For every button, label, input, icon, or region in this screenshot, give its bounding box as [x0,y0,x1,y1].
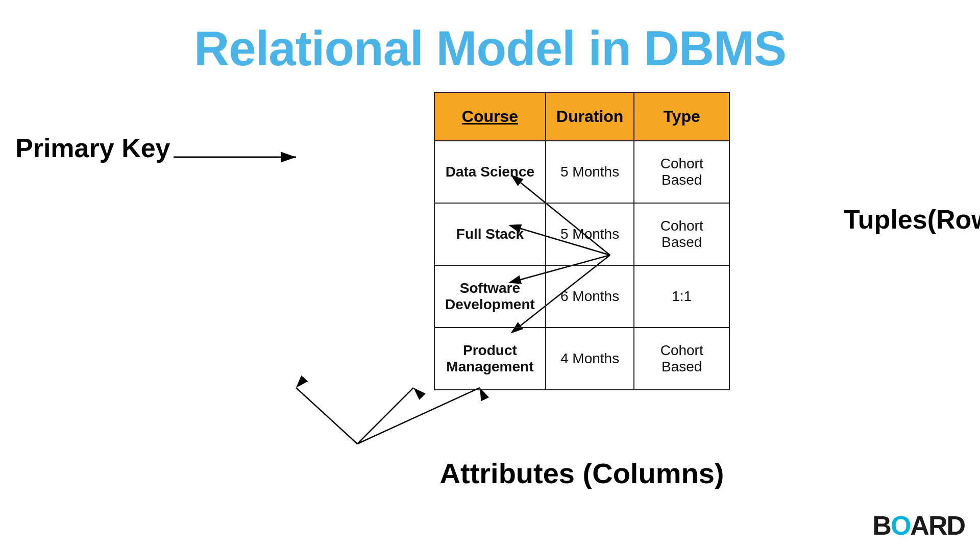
column-header-course: Course [434,92,546,141]
cell-course-4: ProductManagement [434,328,546,390]
cell-duration-1: 5 Months [546,141,634,203]
cell-type-2: Cohort Based [634,203,729,265]
cell-duration-4: 4 Months [546,328,634,390]
cell-duration-2: 5 Months [546,203,634,265]
board-logo: BOARD [872,510,965,541]
attributes-label: Attributes (Columns) [434,457,730,490]
cell-type-1: Cohort Based [634,141,729,203]
table-row: Full Stack 5 Months Cohort Based [434,203,729,265]
table-row: Data Science 5 Months Cohort Based [434,141,729,203]
relational-table: Course Duration Type Data Science 5 Mont… [434,92,730,490]
table-row: ProductManagement 4 Months Cohort Based [434,328,729,390]
primary-key-label: Primary Key [15,133,170,163]
cell-type-3: 1:1 [634,265,729,328]
logo-text: BOARD [872,511,965,540]
column-header-type: Type [634,92,729,141]
cell-course-2: Full Stack [434,203,546,265]
page-title: Relational Model in DBMS [0,0,980,77]
tuples-label: Tuples(Rows) [844,204,980,235]
table-row: SoftwareDevelopment 6 Months 1:1 [434,265,729,328]
cell-course-1: Data Science [434,141,546,203]
cell-type-4: Cohort Based [634,328,729,390]
column-header-duration: Duration [546,92,634,141]
cell-duration-3: 6 Months [546,265,634,328]
cell-course-3: SoftwareDevelopment [434,265,546,328]
